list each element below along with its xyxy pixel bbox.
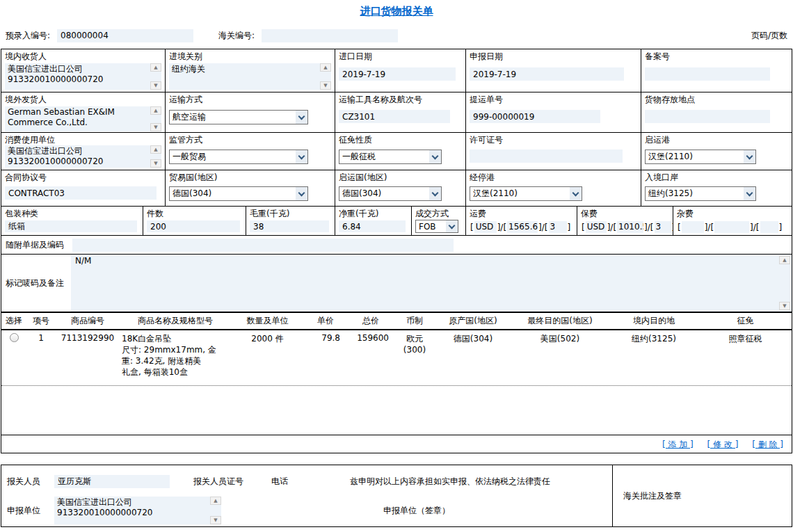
stopover-port-select[interactable]: 汉堡(2110): [470, 186, 582, 201]
scroll-down-icon[interactable]: [320, 81, 331, 90]
levy-nature-label: 征免性质: [339, 134, 462, 145]
gross-weight-cell: 毛重(千克) 38: [246, 207, 335, 235]
declare-unit-label: 申报单位: [1, 505, 54, 517]
supervision-mode-label: 监管方式: [169, 134, 331, 145]
freight-code-input[interactable]: 3: [549, 221, 567, 233]
insurance-label: 保费: [581, 208, 669, 219]
insurance-amount-input[interactable]: 1010.5: [617, 221, 643, 233]
trade-country-cell: 贸易国(地区) 德国(304): [166, 170, 335, 206]
trade-country-select[interactable]: 德国(304): [169, 186, 308, 201]
scroll-down-icon[interactable]: [150, 81, 161, 90]
trade-country-value: 德国(304): [170, 188, 296, 200]
freight-amount-input[interactable]: 1565.6: [507, 221, 538, 233]
declaration-statement: 兹申明对以上内容承担如实申报、依法纳税之法律责任: [288, 476, 612, 487]
consumer-unit-textarea[interactable]: 美国信宝进出口公司 913320010000000720: [5, 145, 161, 168]
docs-row: 随附单据及编码: [1, 236, 792, 255]
add-link[interactable]: [ 添 加 ]: [662, 440, 694, 449]
transport-mode-select[interactable]: 航空运输: [169, 110, 308, 124]
entry-customs-textarea[interactable]: 纽约海关: [169, 63, 331, 90]
name-spec-value: 18K白金吊坠 尺寸: 29mmx17mm, 金 重: 3.42克, 附送精美 …: [120, 330, 231, 385]
declarant-input[interactable]: 亚历克斯: [54, 475, 170, 488]
consignee-scrollbar[interactable]: [150, 63, 161, 90]
qty-unit-value: 2000 件: [231, 330, 304, 385]
overseas-shipper-textarea[interactable]: German Sebastian EX&IM Commerce Co.,Ltd.: [5, 106, 161, 131]
net-weight-input[interactable]: 6.84: [339, 220, 406, 232]
scroll-down-icon[interactable]: [779, 302, 790, 310]
supervision-mode-select[interactable]: 一般贸易: [169, 150, 308, 164]
declarant-row: 报关人员 亚历克斯 报关人员证号 电话 兹申明对以上内容承担如实申报、依法纳税之…: [1, 468, 612, 494]
contract-no-input[interactable]: CONTRACT03: [5, 186, 157, 200]
insurance-code-input[interactable]: 3: [655, 221, 671, 233]
pieces-cell: 件数 200: [143, 207, 246, 235]
marks-label: 标记唛码及备注: [1, 255, 71, 312]
scroll-down-icon[interactable]: [150, 123, 161, 131]
declare-date-cell: 申报日期 2019-7-19: [466, 49, 641, 92]
col-levy: 征免: [699, 313, 792, 330]
delete-link[interactable]: [ 删 除 ]: [752, 440, 783, 449]
declare-date-label: 申报日期: [470, 51, 637, 62]
misc-code-input[interactable]: [760, 221, 778, 233]
meta-row: 预录入编号: 080000004 海关编号: 页码/页数: [6, 28, 787, 43]
chevron-down-icon: [296, 111, 307, 124]
scroll-up-icon[interactable]: [320, 63, 331, 72]
marks-scrollbar[interactable]: [779, 256, 790, 310]
total-price-value: 159600: [347, 330, 394, 385]
footer-section: 报关人员 亚历克斯 报关人员证号 电话 兹申明对以上内容承担如实申报、依法纳税之…: [1, 465, 792, 527]
consumer-unit-scrollbar[interactable]: [150, 145, 161, 168]
bracket: ]: [567, 223, 572, 232]
customs-no-input[interactable]: [262, 29, 398, 42]
form-row-2: 境外发货人 German Sebastian EX&IM Commerce Co…: [1, 92, 792, 133]
record-no-input[interactable]: [645, 67, 770, 81]
misc-amount-input[interactable]: [714, 221, 749, 233]
transport-mode-cell: 运输方式 航空运输: [166, 92, 335, 132]
departure-country-select[interactable]: 德国(304): [339, 186, 442, 201]
insurance-currency-input[interactable]: USD: [586, 221, 607, 233]
supervision-mode-cell: 监管方式 一般贸易: [166, 133, 335, 170]
scroll-up-icon[interactable]: [150, 63, 161, 72]
docs-input[interactable]: [72, 239, 454, 252]
net-weight-label: 净重(千克): [339, 208, 408, 219]
consignee-textarea[interactable]: 美国信宝进出口公司 913320010000000720: [5, 63, 161, 90]
entry-customs-scrollbar[interactable]: [320, 63, 331, 90]
departure-port-cell: 启运港 汉堡(2110): [641, 133, 792, 170]
overseas-shipper-scrollbar[interactable]: [150, 106, 161, 131]
pre-entry-no-input[interactable]: 080000004: [57, 29, 193, 42]
entry-port-select[interactable]: 纽约(3125): [645, 186, 756, 201]
scroll-up-icon[interactable]: [210, 497, 221, 505]
declare-unit-scrollbar[interactable]: [210, 497, 221, 524]
scroll-up-icon[interactable]: [150, 106, 161, 115]
item-no-value: 1: [26, 330, 56, 385]
col-select: 选择: [1, 313, 26, 330]
package-type-input[interactable]: 纸箱: [5, 220, 137, 232]
scroll-down-icon[interactable]: [150, 159, 161, 168]
departure-port-select[interactable]: 汉堡(2110): [645, 150, 756, 164]
license-no-input[interactable]: [470, 150, 623, 163]
row-select-radio[interactable]: [10, 333, 19, 342]
entry-customs-text: 纽约海关: [169, 63, 320, 90]
marks-textarea[interactable]: N/M: [71, 255, 792, 312]
declare-unit-row: 申报单位 美国信宝进出口公司 913320010000000720 申报单位（签…: [1, 494, 612, 526]
declare-unit-textarea[interactable]: 美国信宝进出口公司 913320010000000720: [54, 497, 221, 524]
pieces-input[interactable]: 200: [147, 220, 240, 232]
entry-port-value: 纽约(3125): [646, 188, 744, 200]
gross-weight-input[interactable]: 38: [250, 220, 329, 232]
record-no-cell: 备案号: [641, 49, 792, 92]
freight-currency-input[interactable]: USD: [474, 221, 497, 233]
import-date-input[interactable]: 2019-7-19: [339, 67, 456, 81]
freight-cell: 运费 [ USD ]/[ 1565.6 ]/[ 3 ]: [466, 207, 577, 235]
col-item-no: 项号: [26, 313, 56, 330]
vessel-voyage-input[interactable]: CZ3101: [339, 110, 450, 123]
bl-no-input[interactable]: 999-00000019: [470, 110, 600, 123]
bracket: ]/[: [704, 223, 714, 232]
scroll-up-icon[interactable]: [150, 145, 161, 154]
misc-currency-input[interactable]: [682, 221, 704, 233]
page-title-text[interactable]: 进口货物报关单: [360, 5, 433, 17]
storage-place-input[interactable]: [645, 110, 770, 123]
transaction-mode-select[interactable]: FOB: [415, 220, 458, 233]
declare-date-input[interactable]: 2019-7-19: [470, 67, 624, 81]
levy-nature-select[interactable]: 一般征税: [339, 150, 442, 164]
scroll-down-icon[interactable]: [210, 516, 221, 524]
modify-link[interactable]: [ 修 改 ]: [707, 440, 739, 449]
col-domestic-dest: 境内目的地: [609, 313, 699, 330]
scroll-up-icon[interactable]: [779, 256, 790, 264]
